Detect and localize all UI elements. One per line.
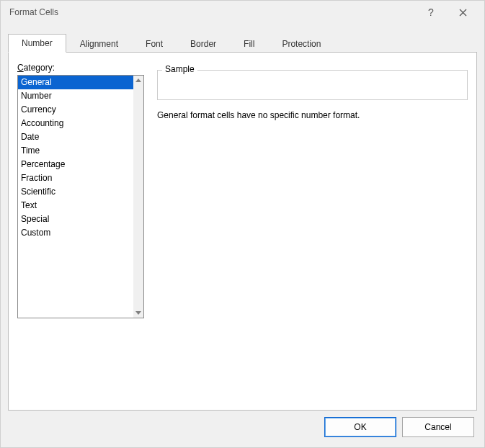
tab-font[interactable]: Font [132,34,177,53]
help-button[interactable]: ? [415,1,447,23]
category-listbox[interactable]: GeneralNumberCurrencyAccountingDateTimeP… [17,75,144,318]
format-description: General format cells have no specific nu… [157,110,468,120]
list-item[interactable]: Fraction [18,171,133,185]
ok-button[interactable]: OK [324,417,396,437]
scroll-up-icon [135,79,141,82]
dialog-title: Format Cells [9,7,415,17]
sample-label: Sample [162,64,197,74]
format-cells-dialog: Format Cells ? NumberAlignmentFontBorder… [0,0,485,448]
scrollbar[interactable] [133,76,143,318]
list-item[interactable]: Percentage [18,158,133,171]
list-item[interactable]: Special [18,212,133,226]
list-item[interactable]: Date [18,130,133,144]
list-item[interactable]: Text [18,199,133,212]
list-item[interactable]: Number [18,89,133,103]
cancel-button[interactable]: Cancel [402,417,474,437]
tab-protection[interactable]: Protection [268,34,334,53]
dialog-buttons: OK Cancel [324,417,474,437]
list-item[interactable]: Scientific [18,185,133,199]
list-item[interactable]: Currency [18,103,133,117]
close-button[interactable] [447,1,479,23]
tab-panel-number: Category: GeneralNumberCurrencyAccountin… [8,52,477,411]
list-item[interactable]: Accounting [18,117,133,130]
close-icon [459,9,467,17]
category-label: Category: [17,63,144,73]
tabstrip: NumberAlignmentFontBorderFillProtection [8,34,477,53]
category-list-inner: GeneralNumberCurrencyAccountingDateTimeP… [18,76,133,318]
titlebar: Format Cells ? [1,1,484,24]
scroll-down-icon [135,311,141,315]
list-item[interactable]: Custom [18,226,133,240]
help-icon: ? [428,6,434,18]
tab-number[interactable]: Number [8,34,66,53]
tab-border[interactable]: Border [177,34,230,53]
list-item[interactable]: Time [18,144,133,158]
tab-alignment[interactable]: Alignment [66,34,132,53]
sample-group: Sample [157,70,468,100]
tab-fill[interactable]: Fill [230,34,268,53]
list-item[interactable]: General [18,76,133,89]
